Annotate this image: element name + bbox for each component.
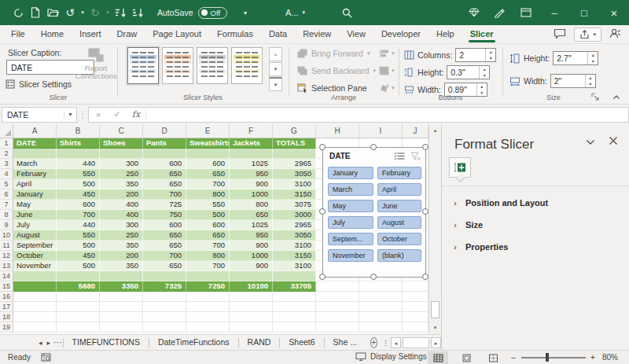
cell[interactable] — [13, 292, 57, 302]
cell[interactable] — [100, 149, 143, 159]
slicer-item-august[interactable]: August — [377, 216, 421, 229]
cell[interactable] — [273, 322, 316, 333]
pane-close-icon[interactable] — [609, 134, 618, 148]
cell[interactable]: 300 — [100, 220, 143, 230]
selection-pane-button[interactable]: Selection Pane — [297, 83, 367, 93]
cell[interactable]: 10100 — [230, 281, 273, 292]
cell[interactable] — [186, 312, 230, 322]
slicer-resize-handle[interactable] — [319, 208, 326, 215]
cell[interactable]: 440 — [57, 220, 100, 230]
cell[interactable]: 500 — [57, 261, 100, 271]
size-height-spin-up-icon[interactable]: ▴ — [588, 52, 598, 58]
column-header-I[interactable]: I — [359, 124, 403, 138]
zoom-slider-thumb[interactable] — [546, 353, 549, 362]
row-header-12[interactable]: 12 — [0, 251, 13, 261]
vertical-scrollbar[interactable]: ▴ ▾ — [429, 124, 441, 334]
slicer-options-tab[interactable] — [449, 157, 471, 178]
sheet-nav-right-icon[interactable]: ▸ — [45, 339, 53, 347]
cell[interactable]: 900 — [230, 261, 273, 271]
pane-chevron-down-icon[interactable] — [586, 138, 595, 147]
sheet-tab-she[interactable]: She ... — [325, 335, 366, 350]
cell[interactable]: 800 — [186, 251, 230, 261]
cell[interactable] — [143, 322, 186, 333]
column-header-F[interactable]: F — [230, 124, 273, 138]
vertical-scroll-thumb[interactable] — [431, 301, 440, 318]
cell[interactable] — [316, 322, 359, 333]
cell[interactable]: 1000 — [230, 189, 273, 200]
insert-function-icon[interactable]: fx — [127, 109, 145, 119]
cell[interactable] — [186, 322, 230, 333]
cell[interactable] — [143, 292, 186, 302]
cell[interactable]: 650 — [230, 210, 273, 220]
columns-spin-down-icon[interactable]: ▾ — [486, 55, 495, 61]
slicer-resize-handle[interactable] — [370, 274, 377, 280]
hscroll-left-icon[interactable]: ◂ — [391, 337, 401, 348]
slicer-item-may[interactable]: May — [328, 200, 373, 212]
autosave-toggle[interactable]: AutoSave Off — [157, 7, 227, 19]
slicer-item-june[interactable]: June — [377, 200, 421, 212]
zoom-slider-track[interactable] — [521, 357, 586, 358]
cell[interactable]: TOTALS — [273, 138, 316, 149]
size-height-input[interactable]: 2.7" ▴▾ — [553, 51, 598, 65]
minimize-button[interactable]: – — [539, 7, 569, 19]
slicer-settings-button[interactable]: Slicer Settings — [6, 79, 72, 89]
multi-select-icon[interactable] — [394, 152, 406, 160]
cell[interactable]: 3050 — [273, 169, 316, 179]
cell[interactable]: 7250 — [186, 281, 230, 292]
cell[interactable]: October — [13, 251, 57, 261]
slicer-item-july[interactable]: July — [328, 216, 373, 229]
cell[interactable]: Sweatshirts — [186, 138, 230, 149]
button-height-spin-down-icon[interactable]: ▾ — [480, 72, 489, 79]
row-header-13[interactable]: 13 — [0, 261, 13, 271]
view-page-break-icon[interactable] — [483, 351, 503, 364]
cell[interactable] — [186, 302, 230, 312]
cell[interactable]: 200 — [100, 189, 143, 200]
size-width-spin-up-icon[interactable]: ▴ — [586, 75, 595, 81]
tab-developer[interactable]: Developer — [373, 25, 429, 43]
cell[interactable]: 250 — [100, 169, 143, 179]
cell[interactable] — [316, 281, 359, 292]
cell[interactable]: 700 — [57, 210, 100, 220]
cell[interactable] — [100, 271, 143, 281]
open-folder-icon[interactable] — [44, 8, 61, 17]
cell[interactable]: 800 — [230, 200, 273, 210]
slicer-resize-handle[interactable] — [422, 208, 429, 215]
sheet-overflow-icon[interactable]: ⋯ — [53, 337, 63, 347]
cell[interactable]: 3100 — [273, 261, 316, 271]
formula-bar-resize-icon[interactable]: ⋮ — [77, 110, 88, 119]
column-header-H[interactable]: H — [316, 124, 359, 138]
cell[interactable]: 440 — [57, 159, 100, 169]
cell[interactable]: 200 — [100, 251, 143, 261]
comments-icon[interactable] — [554, 28, 566, 40]
column-header-B[interactable]: B — [57, 124, 100, 138]
cell[interactable]: Shirts — [57, 138, 100, 149]
cell[interactable] — [100, 302, 143, 312]
cell[interactable]: 600 — [57, 200, 100, 210]
slicer-style-light-blue[interactable] — [127, 47, 159, 84]
sort-descending-icon[interactable] — [129, 8, 146, 18]
row-header-19[interactable]: 19 — [0, 322, 13, 333]
cell[interactable]: 950 — [230, 230, 273, 241]
select-all-corner[interactable] — [0, 124, 13, 138]
size-height-spin-down-icon[interactable]: ▾ — [588, 58, 598, 64]
tab-insert[interactable]: Insert — [72, 25, 109, 43]
cell[interactable]: 700 — [186, 241, 230, 251]
slicer-style-light-yellow[interactable] — [231, 47, 263, 84]
cell[interactable] — [100, 312, 143, 322]
cell[interactable]: 1025 — [230, 159, 273, 169]
cell[interactable]: 500 — [57, 241, 100, 251]
cell[interactable] — [57, 302, 100, 312]
tab-home[interactable]: Home — [33, 25, 72, 43]
cell[interactable]: 900 — [230, 241, 273, 251]
row-header-5[interactable]: 5 — [0, 179, 13, 189]
cell[interactable] — [186, 149, 230, 159]
cell[interactable] — [359, 302, 403, 312]
cell[interactable] — [13, 149, 57, 159]
columns-spin-up-icon[interactable]: ▴ — [486, 49, 495, 55]
cell[interactable]: 600 — [186, 220, 230, 230]
cell[interactable] — [57, 271, 100, 281]
sheet-nav-left-icon[interactable]: ◂ — [36, 339, 45, 347]
share-button[interactable]: ▾ — [574, 28, 601, 42]
cell[interactable] — [143, 149, 186, 159]
tab-data[interactable]: Data — [261, 25, 295, 43]
